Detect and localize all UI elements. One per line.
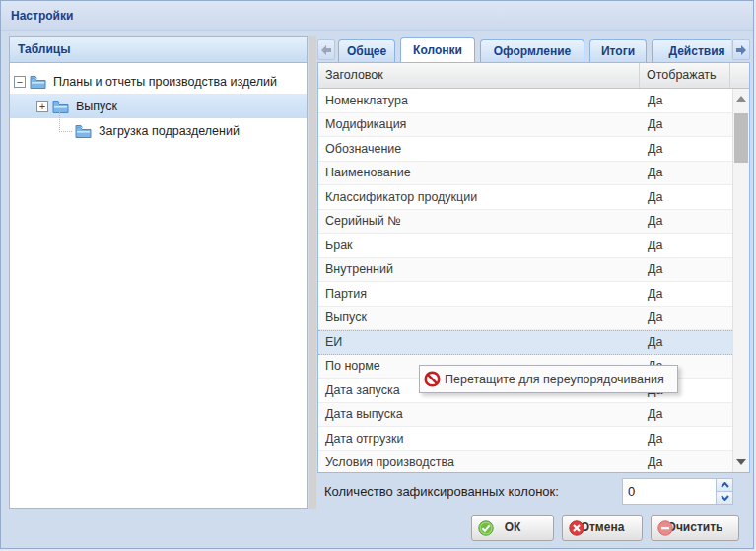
grid-row[interactable]: Дата отгрузкиДа <box>318 427 732 451</box>
tree-node[interactable]: Загрузка подразделений <box>10 118 307 143</box>
row-title-cell: Брак <box>318 239 640 252</box>
tab-действия[interactable]: Действия <box>652 39 731 62</box>
no-drop-icon <box>424 371 441 387</box>
minus-icon <box>657 520 673 536</box>
row-title-cell: Внутренний <box>318 262 640 276</box>
panel-splitter[interactable] <box>309 36 316 509</box>
tree-elbow-line <box>59 112 72 132</box>
row-visible-cell: Да <box>640 455 662 469</box>
grid-scrollbar[interactable] <box>732 89 749 472</box>
row-title-cell: Дата отгрузки <box>318 432 640 446</box>
cancel-button[interactable]: Отмена <box>562 515 643 541</box>
tab-итоги[interactable]: Итоги <box>589 39 647 62</box>
tables-panel: Таблицы −Планы и отчеты производства изд… <box>9 36 308 509</box>
button-label: Очистить <box>667 520 723 534</box>
ok-button[interactable]: ОК <box>471 515 554 541</box>
row-title-cell: Серийный № <box>318 214 640 228</box>
row-title-cell: Выпуск <box>318 310 640 324</box>
tab-общее[interactable]: Общее <box>338 39 395 62</box>
row-visible-cell: Да <box>640 190 662 204</box>
tree-node[interactable]: −Планы и отчеты производства изделий <box>10 69 307 94</box>
tab-оформление[interactable]: Оформление <box>480 39 584 62</box>
row-title-cell: Классификатор продукции <box>318 190 640 204</box>
drag-tooltip-text: Перетащите для переупорядочивания <box>445 373 664 386</box>
button-label: ОК <box>505 520 521 534</box>
row-visible-cell: Да <box>640 310 662 324</box>
collapse-icon[interactable]: − <box>14 76 26 88</box>
row-title-cell: Условия производства <box>318 455 640 469</box>
column-header-visible[interactable]: Отображать <box>640 63 730 88</box>
grid-row[interactable]: БракДа <box>318 234 732 258</box>
spinner-down-icon[interactable] <box>717 492 732 504</box>
settings-window: Настройки Таблицы −Планы и отчеты произв… <box>0 0 754 549</box>
fixed-columns-toolbar: Количество зафиксированных колонок: <box>317 474 750 509</box>
row-visible-cell: Да <box>640 94 662 107</box>
spinner-buttons <box>716 479 732 504</box>
grid-row[interactable]: ВнутреннийДа <box>318 258 732 283</box>
fixed-columns-label: Количество зафиксированных колонок: <box>317 484 559 499</box>
scroll-down-icon[interactable] <box>733 454 749 470</box>
clear-button[interactable]: Очистить <box>651 515 739 541</box>
row-visible-cell: Да <box>640 166 662 179</box>
columns-grid: Заголовок Отображать НоменклатураДаМодиф… <box>317 62 750 473</box>
row-title-cell: ЕИ <box>318 335 640 349</box>
folder-icon <box>75 124 93 138</box>
button-label: Отмена <box>581 520 625 534</box>
row-visible-cell: Да <box>640 142 662 156</box>
settings-tab-panel: ОбщееКолонкиОформлениеИтогиДействия Заго… <box>317 36 750 509</box>
tab-scroll-left-icon[interactable] <box>317 39 335 60</box>
cross-icon <box>569 520 584 536</box>
expand-icon[interactable]: + <box>36 101 48 112</box>
grid-row[interactable]: НаименованиеДа <box>318 162 732 186</box>
column-header-title[interactable]: Заголовок <box>318 63 640 88</box>
row-title-cell: Модификация <box>318 117 640 131</box>
window-title: Настройки <box>1 1 753 31</box>
grid-header: Заголовок Отображать <box>318 63 749 89</box>
scrollbar-thumb[interactable] <box>734 113 748 163</box>
scroll-up-icon[interactable] <box>733 91 749 106</box>
tables-tree: −Планы и отчеты производства изделий+Вып… <box>10 63 307 143</box>
tab-колонки[interactable]: Колонки <box>400 37 475 62</box>
folder-icon <box>52 100 70 113</box>
row-title-cell: Партия <box>318 287 640 301</box>
row-visible-cell: Да <box>640 117 662 131</box>
check-icon <box>478 520 494 536</box>
dialog-footer: ОКОтменаОчистить <box>1 509 753 548</box>
tree-node[interactable]: +Выпуск <box>10 94 307 118</box>
tree-node-label: Выпуск <box>76 99 117 113</box>
row-title-cell: Дата выпуска <box>318 407 640 421</box>
tables-panel-header: Таблицы <box>10 37 307 63</box>
row-visible-cell: Да <box>640 432 662 446</box>
row-visible-cell: Да <box>640 407 662 421</box>
row-visible-cell: Да <box>640 262 662 276</box>
fixed-columns-spinner <box>622 478 733 505</box>
grid-body: НоменклатураДаМодификацияДаОбозначениеДа… <box>318 89 732 472</box>
grid-row[interactable]: ПартияДа <box>318 282 732 307</box>
tree-node-label: Планы и отчеты производства изделий <box>53 74 277 89</box>
tree-node-label: Загрузка подразделений <box>99 123 240 138</box>
folder-icon <box>30 75 47 89</box>
grid-row[interactable]: Серийный №Да <box>318 210 732 235</box>
grid-row[interactable]: ОбозначениеДа <box>318 137 732 162</box>
row-title-cell: Наименование <box>318 166 640 179</box>
row-visible-cell: Да <box>640 239 662 252</box>
spinner-up-icon[interactable] <box>717 479 732 492</box>
grid-row[interactable]: Условия производстваДа <box>318 451 732 473</box>
row-visible-cell: Да <box>640 335 662 349</box>
fixed-columns-input[interactable] <box>623 479 716 504</box>
row-visible-cell: Да <box>640 214 662 228</box>
grid-row[interactable]: НоменклатураДа <box>318 89 732 113</box>
row-title-cell: Обозначение <box>318 142 640 156</box>
grid-row[interactable]: МодификацияДа <box>318 113 732 138</box>
tab-strip: ОбщееКолонкиОформлениеИтогиДействия <box>317 36 750 62</box>
row-title-cell: Номенклатура <box>318 94 640 107</box>
drag-tooltip: Перетащите для переупорядочивания <box>419 365 678 393</box>
grid-row[interactable]: ЕИДа <box>318 330 732 355</box>
tab-scroll-right-icon[interactable] <box>732 39 750 60</box>
row-visible-cell: Да <box>640 287 662 301</box>
grid-row[interactable]: Дата выпускаДа <box>318 403 732 428</box>
tab-list: ОбщееКолонкиОформлениеИтогиДействия <box>338 37 731 62</box>
grid-row[interactable]: ВыпускДа <box>318 307 732 331</box>
grid-row[interactable]: Классификатор продукцииДа <box>318 185 732 210</box>
